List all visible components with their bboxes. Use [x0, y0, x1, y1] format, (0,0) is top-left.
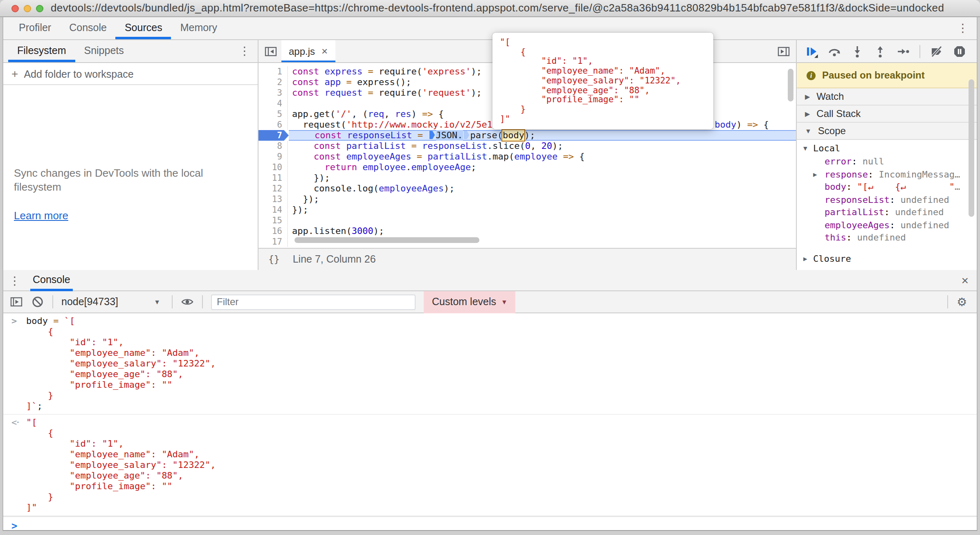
scope-variable-response[interactable]: ▶response: IncomingMessag…	[797, 168, 977, 181]
tab-filesystem[interactable]: Filesystem	[8, 40, 75, 62]
code-text[interactable]	[288, 215, 796, 226]
step-into-button[interactable]	[851, 45, 864, 58]
line-number[interactable]: 11	[258, 173, 288, 183]
code-text[interactable]: });	[288, 173, 796, 183]
step-over-button[interactable]	[828, 45, 841, 58]
console-messages[interactable]: >body = `[ { "id": "1", "employee_name":…	[3, 313, 977, 530]
add-folder-button[interactable]: +Add folder to workspace	[3, 63, 258, 85]
navigator-more-icon[interactable]: ⋮	[232, 40, 258, 62]
code-text[interactable]: app.listen(3000);	[288, 226, 796, 236]
file-tab-appjs[interactable]: app.js ×	[281, 40, 335, 62]
code-text[interactable]: console.log(employeeAges);	[288, 183, 796, 194]
deactivate-breakpoints-button[interactable]	[930, 45, 943, 58]
close-drawer-icon[interactable]: ×	[961, 273, 969, 287]
tab-profiler[interactable]: Profiler	[10, 17, 60, 39]
code-text[interactable]: return employee.employeeAge;	[288, 162, 796, 173]
console-drawer-tab[interactable]: Console	[30, 270, 73, 291]
chevron-right-icon[interactable]: ▶	[805, 110, 810, 117]
editor-horizontal-scrollbar[interactable]	[294, 237, 479, 243]
code-token: body	[503, 130, 524, 141]
execution-context-selector[interactable]: node[94733] ▼	[61, 296, 164, 308]
console-filter-input[interactable]	[211, 294, 416, 310]
scope-variable-responseList[interactable]: responseList: undefined	[797, 193, 977, 206]
show-console-sidebar-icon[interactable]	[10, 295, 23, 308]
code-token: "employee_salary": "12322",	[26, 460, 216, 470]
chevron-right-icon[interactable]: ▶	[803, 252, 807, 265]
devtools-menu-icon[interactable]: ⋮	[949, 17, 977, 39]
line-number[interactable]: 8	[258, 141, 288, 151]
chevron-down-icon[interactable]: ▼	[805, 127, 811, 135]
live-expression-eye-icon[interactable]	[181, 295, 194, 308]
minimize-window-button[interactable]	[24, 5, 31, 12]
code-text[interactable]: const employeeAges = partialList.map(emp…	[288, 151, 796, 162]
scope-variable-error[interactable]: error: null	[797, 155, 977, 168]
tab-snippets[interactable]: Snippets	[75, 40, 133, 62]
call-stack-section-header[interactable]: ▶ Call Stack	[797, 106, 977, 123]
breakpoint-marker[interactable]: 7	[258, 130, 289, 141]
line-number[interactable]: 16	[258, 226, 288, 236]
code-text[interactable]: });	[288, 194, 796, 205]
console-settings-gear-icon[interactable]: ⚙	[957, 291, 967, 313]
cursor-position-text: Line 7, Column 26	[293, 254, 376, 265]
scope-group-closure[interactable]: ▶Closure	[797, 252, 977, 265]
tab-sources[interactable]: Sources	[116, 17, 171, 39]
variable-name: employeeAges	[825, 220, 890, 230]
pause-on-exceptions-button[interactable]	[953, 45, 966, 58]
line-number[interactable]: 17	[258, 236, 288, 247]
line-number[interactable]: 9	[258, 151, 288, 162]
pretty-print-button[interactable]: {}	[268, 254, 280, 265]
inline-breakpoint-selected-icon[interactable]	[429, 131, 435, 139]
chevron-down-icon[interactable]: ▼	[803, 142, 807, 155]
step-button[interactable]	[897, 45, 910, 58]
log-levels-dropdown[interactable]: Custom levels ▼	[424, 291, 516, 313]
tab-memory[interactable]: Memory	[171, 17, 226, 39]
toggle-navigator-icon[interactable]	[264, 45, 277, 58]
code-text[interactable]: const responseList = JSON.parse(body);	[289, 130, 796, 141]
line-number[interactable]: 15	[258, 215, 288, 226]
console-line: }	[3, 390, 977, 401]
toggle-debugger-sidebar-icon[interactable]	[777, 45, 790, 58]
line-number[interactable]: 14	[258, 205, 288, 215]
close-window-button[interactable]	[11, 5, 19, 12]
step-out-button[interactable]	[874, 45, 887, 58]
scope-variable-employeeAges[interactable]: employeeAges: undefined	[797, 219, 977, 232]
scope-section-header[interactable]: ▼ Scope	[797, 123, 977, 140]
editor-vertical-scrollbar[interactable]	[788, 69, 793, 101]
code-text[interactable]: });	[288, 205, 796, 215]
line-number[interactable]: 6	[258, 119, 288, 130]
console-prompt[interactable]: >	[3, 516, 977, 530]
code-token: partialList	[427, 151, 487, 162]
tooltip-line: }	[500, 105, 706, 114]
code-token: require(	[373, 88, 422, 98]
zoom-window-button[interactable]	[36, 5, 43, 12]
line-number[interactable]: 12	[258, 183, 288, 194]
close-file-tab-icon[interactable]: ×	[321, 46, 328, 56]
tab-console[interactable]: Console	[60, 17, 116, 39]
code-text[interactable]: const partialList = responseList.slice(0…	[288, 141, 796, 151]
line-number[interactable]: 4	[258, 98, 288, 109]
line-number[interactable]: 5	[258, 109, 288, 119]
code-token: {	[574, 151, 585, 162]
line-number[interactable]: 1	[258, 66, 288, 77]
scope-variable-this[interactable]: this: undefined	[797, 232, 977, 244]
sidebar-scrollbar[interactable]	[969, 79, 974, 217]
watch-section-header[interactable]: ▶ Watch	[797, 88, 977, 106]
clear-console-icon[interactable]	[31, 295, 44, 308]
code-token: =	[346, 77, 352, 88]
learn-more-link[interactable]: Learn more	[14, 209, 68, 222]
window-title-url: devtools://devtools/bundled/js_app.html?…	[51, 0, 977, 16]
line-number[interactable]: 3	[258, 88, 288, 98]
chevron-right-icon[interactable]: ▶	[813, 168, 817, 181]
line-number[interactable]: 2	[258, 77, 288, 88]
line-number[interactable]: 13	[258, 194, 288, 205]
drawer-menu-icon[interactable]: ⋮	[9, 274, 20, 287]
scope-variable-body[interactable]: body: "[↵ {↵ "…	[797, 181, 977, 193]
resume-script-button[interactable]	[805, 45, 818, 58]
code-token: const	[292, 88, 319, 98]
code-token: req	[368, 109, 384, 119]
chevron-right-icon[interactable]: ▶	[805, 93, 810, 100]
scope-variable-partialList[interactable]: partialList: undefined	[797, 206, 977, 219]
scope-group-local[interactable]: ▼Local	[797, 142, 977, 155]
inline-breakpoint-icon[interactable]	[463, 131, 469, 139]
line-number[interactable]: 10	[258, 162, 288, 173]
